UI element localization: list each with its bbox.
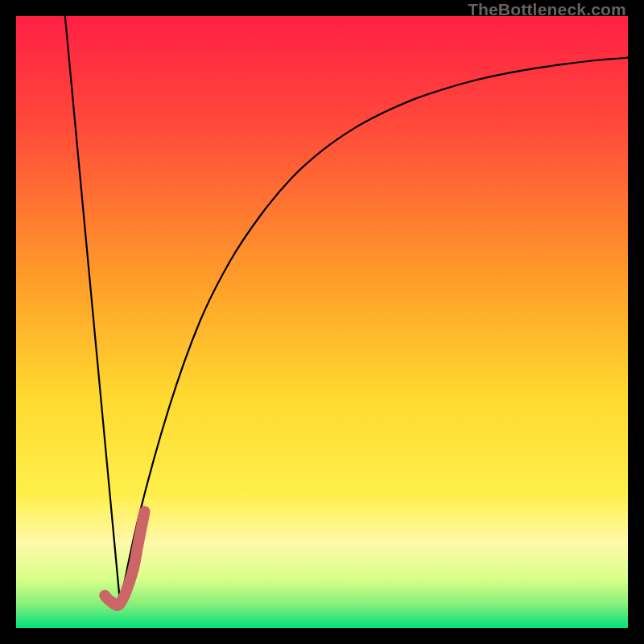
- chart-frame: TheBottleneck.com: [0, 0, 644, 644]
- gradient-background: [16, 16, 628, 628]
- plot-area: [16, 16, 628, 628]
- chart-svg: [16, 16, 628, 628]
- watermark-text: TheBottleneck.com: [468, 0, 626, 19]
